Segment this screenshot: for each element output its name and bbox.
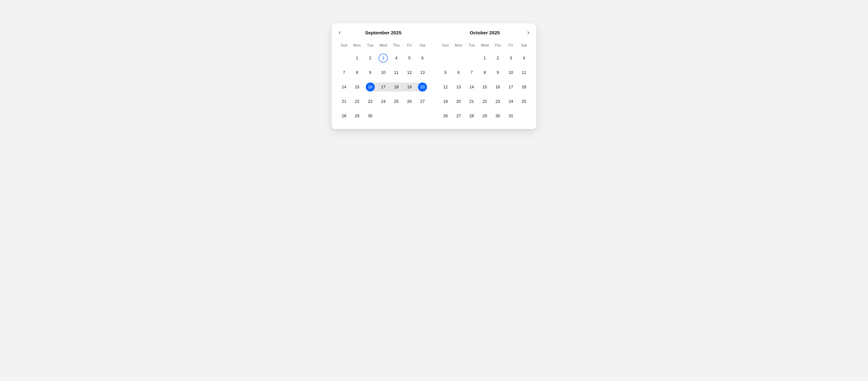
calendar-day-21[interactable]: 21 (465, 94, 478, 109)
calendar-day-19[interactable]: 19 (403, 80, 416, 94)
calendar-day-27[interactable]: 27 (452, 109, 465, 123)
calendar-day-25[interactable]: 25 (518, 94, 530, 109)
calendar-day-26[interactable]: 26 (439, 109, 452, 123)
calendar-day-11[interactable]: 11 (390, 65, 403, 80)
calendar-day-label: 16 (493, 83, 502, 92)
calendar-day-6[interactable]: 6 (452, 65, 465, 80)
calendar-day-20[interactable]: 20 (452, 94, 465, 109)
calendar-day-label: 12 (405, 68, 414, 77)
calendar-day-26[interactable]: 26 (403, 94, 416, 109)
calendar-day-25[interactable]: 25 (390, 94, 403, 109)
calendar-day-label: 28 (340, 112, 348, 121)
calendar-day-label: 12 (441, 83, 450, 92)
calendar-day-2[interactable]: 2 (491, 51, 504, 65)
weekday-label: Wed (377, 42, 390, 49)
calendar-day-22[interactable]: 22 (478, 94, 491, 109)
calendar-day-14[interactable]: 14 (338, 80, 350, 94)
calendar-day-2[interactable]: 2 (364, 51, 377, 65)
calendar-day-31[interactable]: 31 (504, 109, 518, 123)
calendar-week-row: 1234 (439, 51, 530, 65)
calendar-day-28[interactable]: 28 (338, 109, 350, 123)
calendar-day-label: 19 (441, 97, 450, 106)
calendar-day-label: 22 (352, 97, 362, 106)
calendar-day-label: 18 (520, 83, 528, 92)
calendar-day-3[interactable]: 3 (377, 51, 390, 65)
calendar-day-21[interactable]: 21 (338, 94, 350, 109)
calendar-day-label: 9 (493, 68, 502, 77)
weekday-label: Fri (504, 42, 518, 49)
calendar-day-27[interactable]: 27 (416, 94, 429, 109)
calendar-day-7[interactable]: 7 (465, 65, 478, 80)
calendar-day-8[interactable]: 8 (350, 65, 364, 80)
calendar-day-6[interactable]: 6 (416, 51, 429, 65)
calendar-day-label: 13 (418, 68, 427, 77)
weekday-label: Thu (491, 42, 504, 49)
calendar-day-label: 24 (506, 97, 515, 106)
calendar-day-24[interactable]: 24 (377, 94, 390, 109)
month-header: October 2025 (439, 28, 530, 37)
calendar-day-3[interactable]: 3 (504, 51, 518, 65)
calendar-day-10[interactable]: 10 (377, 65, 390, 80)
calendar-day-1[interactable]: 1 (350, 51, 364, 65)
weekday-label: Tue (364, 42, 377, 49)
calendar-day-9[interactable]: 9 (491, 65, 504, 80)
calendar-day-1[interactable]: 1 (478, 51, 491, 65)
calendar-day-13[interactable]: 13 (416, 65, 429, 80)
chevron-right-icon (526, 31, 530, 35)
calendar-day-30[interactable]: 30 (364, 109, 377, 123)
prev-month-button[interactable] (336, 29, 343, 36)
calendar-day-17[interactable]: 17 (377, 80, 390, 94)
calendar-day-label: 26 (405, 97, 414, 106)
calendar-day-label: 3 (506, 54, 515, 63)
weekday-label: Thu (390, 42, 403, 49)
calendar-day-empty (338, 51, 350, 65)
calendar-grid: 1234567891011121314151617181920212223242… (439, 51, 530, 123)
calendar-day-19[interactable]: 19 (439, 94, 452, 109)
calendar-day-16[interactable]: 16 (491, 80, 504, 94)
calendar-day-22[interactable]: 22 (350, 94, 364, 109)
calendar-day-label: 21 (467, 97, 476, 106)
calendar-day-13[interactable]: 13 (452, 80, 465, 94)
calendar-day-4[interactable]: 4 (518, 51, 530, 65)
calendar-day-28[interactable]: 28 (465, 109, 478, 123)
calendar-day-18[interactable]: 18 (390, 80, 403, 94)
calendar-day-label: 5 (405, 54, 414, 63)
calendar-day-label: 23 (493, 97, 502, 106)
calendar-week-row: 567891011 (439, 65, 530, 80)
calendar-day-label: 6 (454, 68, 463, 77)
weekday-label: Fri (403, 42, 416, 49)
calendar-day-18[interactable]: 18 (518, 80, 530, 94)
calendar-day-label: 30 (366, 112, 375, 121)
calendar-day-empty (452, 51, 465, 65)
calendar-day-24[interactable]: 24 (504, 94, 518, 109)
calendar-day-11[interactable]: 11 (518, 65, 530, 80)
calendar-day-5[interactable]: 5 (403, 51, 416, 65)
calendar-day-10[interactable]: 10 (504, 65, 518, 80)
next-month-button[interactable] (525, 29, 532, 36)
calendar-day-16[interactable]: 16 (364, 80, 377, 94)
calendar-day-17[interactable]: 17 (504, 80, 518, 94)
calendar-day-20[interactable]: 20 (416, 80, 429, 94)
calendar-day-29[interactable]: 29 (478, 109, 491, 123)
calendar-day-4[interactable]: 4 (390, 51, 403, 65)
calendar-day-12[interactable]: 12 (403, 65, 416, 80)
calendar-week-row: 282930 (338, 109, 429, 123)
calendar-day-label: 29 (352, 112, 362, 121)
calendar-day-5[interactable]: 5 (439, 65, 452, 80)
calendar-day-7[interactable]: 7 (338, 65, 350, 80)
calendar-day-label: 3 (379, 54, 388, 63)
calendar-day-29[interactable]: 29 (350, 109, 364, 123)
calendar-day-label: 7 (467, 68, 476, 77)
calendar-day-15[interactable]: 15 (478, 80, 491, 94)
calendar-week-row: 12131415161718 (439, 80, 530, 94)
calendar-day-23[interactable]: 23 (364, 94, 377, 109)
calendar-day-15[interactable]: 15 (350, 80, 364, 94)
calendar-day-empty (403, 109, 416, 123)
calendar-day-8[interactable]: 8 (478, 65, 491, 80)
calendar-day-label: 27 (418, 97, 427, 106)
calendar-day-12[interactable]: 12 (439, 80, 452, 94)
calendar-day-30[interactable]: 30 (491, 109, 504, 123)
calendar-day-23[interactable]: 23 (491, 94, 504, 109)
calendar-day-14[interactable]: 14 (465, 80, 478, 94)
calendar-day-9[interactable]: 9 (364, 65, 377, 80)
